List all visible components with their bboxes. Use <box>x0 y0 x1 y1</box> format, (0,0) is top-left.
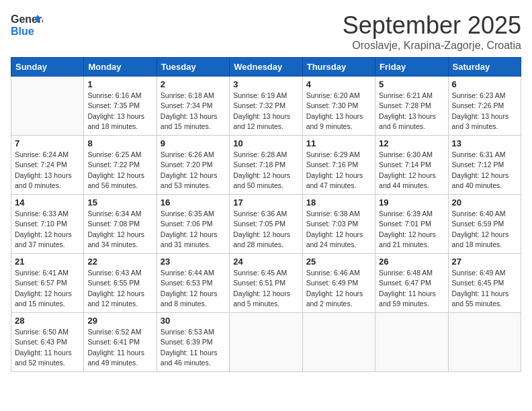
day-info: Sunrise: 6:36 AMSunset: 7:05 PMDaylight:… <box>233 209 298 250</box>
day-number: 27 <box>452 257 517 267</box>
calendar-cell: 20Sunrise: 6:40 AMSunset: 6:59 PMDayligh… <box>448 195 521 254</box>
calendar-cell: 16Sunrise: 6:35 AMSunset: 7:06 PMDayligh… <box>157 195 229 254</box>
weekday-header-thursday: Thursday <box>302 58 375 77</box>
calendar-cell <box>11 77 84 136</box>
day-number: 22 <box>87 257 152 267</box>
day-number: 13 <box>452 138 517 148</box>
day-info: Sunrise: 6:43 AMSunset: 6:55 PMDaylight:… <box>87 268 152 309</box>
day-number: 28 <box>15 316 80 326</box>
day-info: Sunrise: 6:21 AMSunset: 7:28 PMDaylight:… <box>379 91 444 132</box>
weekday-header-row: SundayMondayTuesdayWednesdayThursdayFrid… <box>11 58 521 77</box>
day-number: 18 <box>306 197 371 208</box>
day-info: Sunrise: 6:28 AMSunset: 7:18 PMDaylight:… <box>233 150 298 191</box>
day-info: Sunrise: 6:26 AMSunset: 7:20 PMDaylight:… <box>161 150 226 191</box>
logo: General Blue <box>11 11 43 40</box>
month-title: September 2025 <box>343 11 521 40</box>
calendar-cell: 25Sunrise: 6:46 AMSunset: 6:49 PMDayligh… <box>302 254 375 313</box>
calendar-cell: 19Sunrise: 6:39 AMSunset: 7:01 PMDayligh… <box>375 195 448 254</box>
calendar-cell: 8Sunrise: 6:25 AMSunset: 7:22 PMDaylight… <box>84 136 157 195</box>
calendar-cell <box>230 313 302 372</box>
calendar-header: SundayMondayTuesdayWednesdayThursdayFrid… <box>11 58 521 77</box>
calendar-cell: 28Sunrise: 6:50 AMSunset: 6:43 PMDayligh… <box>11 313 84 372</box>
calendar-cell: 30Sunrise: 6:53 AMSunset: 6:39 PMDayligh… <box>157 313 229 372</box>
logo-icon: General Blue <box>11 11 43 40</box>
calendar-cell: 2Sunrise: 6:18 AMSunset: 7:34 PMDaylight… <box>157 77 229 136</box>
day-info: Sunrise: 6:25 AMSunset: 7:22 PMDaylight:… <box>87 150 152 191</box>
day-number: 12 <box>379 138 444 148</box>
day-number: 15 <box>87 197 152 208</box>
calendar-cell: 9Sunrise: 6:26 AMSunset: 7:20 PMDaylight… <box>157 136 229 195</box>
weekday-header-friday: Friday <box>375 58 448 77</box>
day-info: Sunrise: 6:38 AMSunset: 7:03 PMDaylight:… <box>306 209 371 250</box>
day-number: 20 <box>452 197 517 208</box>
calendar-cell <box>302 313 375 372</box>
day-number: 7 <box>15 138 80 148</box>
day-info: Sunrise: 6:49 AMSunset: 6:45 PMDaylight:… <box>452 268 517 309</box>
day-info: Sunrise: 6:46 AMSunset: 6:49 PMDaylight:… <box>306 268 371 309</box>
calendar-cell: 22Sunrise: 6:43 AMSunset: 6:55 PMDayligh… <box>84 254 157 313</box>
day-number: 11 <box>306 138 371 148</box>
day-number: 6 <box>452 79 517 89</box>
day-number: 2 <box>161 79 226 89</box>
calendar-cell: 29Sunrise: 6:52 AMSunset: 6:41 PMDayligh… <box>84 313 157 372</box>
calendar-cell: 7Sunrise: 6:24 AMSunset: 7:24 PMDaylight… <box>11 136 84 195</box>
day-number: 4 <box>306 79 371 89</box>
day-number: 8 <box>87 138 152 148</box>
day-number: 30 <box>161 316 226 326</box>
day-info: Sunrise: 6:45 AMSunset: 6:51 PMDaylight:… <box>233 268 298 309</box>
day-number: 24 <box>233 257 298 267</box>
calendar-cell <box>375 313 448 372</box>
day-number: 10 <box>233 138 298 148</box>
calendar-cell: 5Sunrise: 6:21 AMSunset: 7:28 PMDaylight… <box>375 77 448 136</box>
weekday-header-monday: Monday <box>84 58 157 77</box>
day-info: Sunrise: 6:34 AMSunset: 7:08 PMDaylight:… <box>87 209 152 250</box>
weekday-header-sunday: Sunday <box>11 58 84 77</box>
day-info: Sunrise: 6:18 AMSunset: 7:34 PMDaylight:… <box>161 91 226 132</box>
calendar-cell: 1Sunrise: 6:16 AMSunset: 7:35 PMDaylight… <box>84 77 157 136</box>
day-info: Sunrise: 6:52 AMSunset: 6:41 PMDaylight:… <box>87 327 152 368</box>
calendar-cell: 18Sunrise: 6:38 AMSunset: 7:03 PMDayligh… <box>302 195 375 254</box>
day-number: 21 <box>15 257 80 267</box>
day-number: 14 <box>15 197 80 208</box>
day-info: Sunrise: 6:24 AMSunset: 7:24 PMDaylight:… <box>15 150 80 191</box>
calendar-cell: 13Sunrise: 6:31 AMSunset: 7:12 PMDayligh… <box>448 136 521 195</box>
calendar-cell: 15Sunrise: 6:34 AMSunset: 7:08 PMDayligh… <box>84 195 157 254</box>
day-info: Sunrise: 6:29 AMSunset: 7:16 PMDaylight:… <box>306 150 371 191</box>
calendar-cell <box>448 313 521 372</box>
calendar-week-1: 1Sunrise: 6:16 AMSunset: 7:35 PMDaylight… <box>11 77 521 136</box>
day-info: Sunrise: 6:31 AMSunset: 7:12 PMDaylight:… <box>452 150 517 191</box>
calendar-week-2: 7Sunrise: 6:24 AMSunset: 7:24 PMDaylight… <box>11 136 521 195</box>
day-info: Sunrise: 6:35 AMSunset: 7:06 PMDaylight:… <box>161 209 226 250</box>
day-info: Sunrise: 6:48 AMSunset: 6:47 PMDaylight:… <box>379 268 444 309</box>
calendar-table: SundayMondayTuesdayWednesdayThursdayFrid… <box>11 57 521 372</box>
day-info: Sunrise: 6:20 AMSunset: 7:30 PMDaylight:… <box>306 91 371 132</box>
calendar-cell: 23Sunrise: 6:44 AMSunset: 6:53 PMDayligh… <box>157 254 229 313</box>
calendar-cell: 10Sunrise: 6:28 AMSunset: 7:18 PMDayligh… <box>230 136 302 195</box>
calendar-week-5: 28Sunrise: 6:50 AMSunset: 6:43 PMDayligh… <box>11 313 521 372</box>
day-number: 29 <box>87 316 152 326</box>
day-number: 26 <box>379 257 444 267</box>
day-number: 23 <box>161 257 226 267</box>
weekday-header-saturday: Saturday <box>448 58 521 77</box>
weekday-header-wednesday: Wednesday <box>230 58 302 77</box>
day-info: Sunrise: 6:53 AMSunset: 6:39 PMDaylight:… <box>161 327 226 368</box>
day-info: Sunrise: 6:16 AMSunset: 7:35 PMDaylight:… <box>87 91 152 132</box>
calendar-cell: 17Sunrise: 6:36 AMSunset: 7:05 PMDayligh… <box>230 195 302 254</box>
svg-text:Blue: Blue <box>11 26 34 37</box>
day-info: Sunrise: 6:19 AMSunset: 7:32 PMDaylight:… <box>233 91 298 132</box>
day-number: 1 <box>87 79 152 89</box>
day-number: 17 <box>233 197 298 208</box>
day-number: 16 <box>161 197 226 208</box>
calendar-cell: 24Sunrise: 6:45 AMSunset: 6:51 PMDayligh… <box>230 254 302 313</box>
calendar-cell: 11Sunrise: 6:29 AMSunset: 7:16 PMDayligh… <box>302 136 375 195</box>
weekday-header-tuesday: Tuesday <box>157 58 229 77</box>
day-number: 5 <box>379 79 444 89</box>
calendar-cell: 27Sunrise: 6:49 AMSunset: 6:45 PMDayligh… <box>448 254 521 313</box>
day-number: 9 <box>161 138 226 148</box>
calendar-body: 1Sunrise: 6:16 AMSunset: 7:35 PMDaylight… <box>11 77 521 372</box>
day-info: Sunrise: 6:23 AMSunset: 7:26 PMDaylight:… <box>452 91 517 132</box>
day-info: Sunrise: 6:30 AMSunset: 7:14 PMDaylight:… <box>379 150 444 191</box>
calendar-cell: 4Sunrise: 6:20 AMSunset: 7:30 PMDaylight… <box>302 77 375 136</box>
day-info: Sunrise: 6:39 AMSunset: 7:01 PMDaylight:… <box>379 209 444 250</box>
calendar-cell: 26Sunrise: 6:48 AMSunset: 6:47 PMDayligh… <box>375 254 448 313</box>
